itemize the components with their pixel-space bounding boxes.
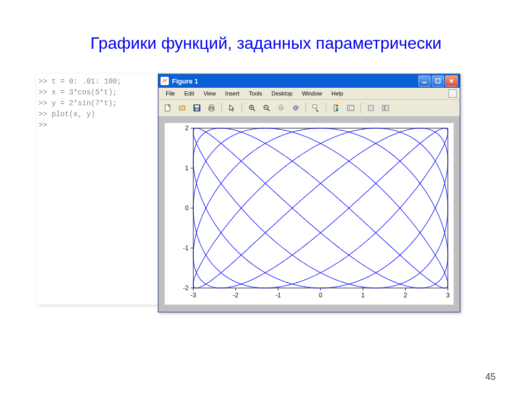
slide-title: Графики функций, заданных параметрически [0, 0, 532, 53]
x-tick-label: 0 [319, 292, 323, 299]
insert-legend-icon[interactable] [344, 102, 357, 114]
toolbar-separator [221, 103, 222, 113]
window-title: Figure 1 [172, 77, 198, 85]
y-tick-label: 1 [185, 164, 189, 172]
hide-plot-tools-icon[interactable] [365, 102, 377, 114]
svg-rect-32 [385, 105, 389, 111]
menu-desktop[interactable]: Desktop [268, 89, 297, 98]
svg-rect-18 [313, 105, 317, 108]
menu-insert[interactable]: Insert [221, 89, 244, 98]
x-tick-label: 3 [446, 292, 450, 299]
pan-icon[interactable] [275, 102, 287, 114]
chart-axes[interactable]: -3-2-10123 -2-1012 [165, 123, 454, 305]
svg-rect-1 [436, 79, 440, 83]
menu-window[interactable]: Window [298, 89, 326, 98]
toolbar-separator [242, 103, 242, 113]
pointer-icon[interactable] [225, 102, 238, 114]
insert-colorbar-icon[interactable] [330, 102, 342, 114]
zoom-out-icon[interactable] [260, 102, 273, 114]
titlebar[interactable]: Figure 1 [158, 74, 460, 88]
plot-area: -3-2-10123 -2-1012 [158, 117, 460, 312]
svg-line-10 [253, 109, 255, 111]
toolbar-separator [361, 103, 361, 113]
rotate3d-icon[interactable] [289, 102, 302, 114]
x-tick-label: 2 [404, 292, 407, 299]
maximize-button[interactable] [432, 75, 444, 87]
print-icon[interactable] [205, 102, 218, 114]
open-file-icon[interactable] [176, 102, 189, 114]
code-line: >> x = 3*cos(5*t); [38, 88, 117, 97]
y-tick-label: -1 [183, 244, 189, 252]
menu-edit[interactable]: Edit [180, 89, 198, 98]
toolbar [158, 100, 460, 117]
code-line: >> [38, 121, 47, 129]
svg-rect-4 [195, 105, 199, 107]
svg-rect-8 [210, 109, 213, 111]
new-file-icon[interactable] [162, 102, 174, 114]
x-tick-label: -3 [191, 292, 196, 299]
svg-rect-22 [336, 106, 338, 108]
data-cursor-icon[interactable] [310, 102, 322, 114]
toolbar-separator [305, 103, 306, 113]
svg-rect-30 [368, 105, 374, 111]
svg-rect-31 [382, 105, 384, 111]
zoom-in-icon[interactable] [246, 102, 258, 114]
svg-rect-24 [336, 109, 338, 111]
page-number: 45 [485, 372, 496, 382]
svg-point-17 [295, 105, 297, 111]
svg-rect-25 [348, 105, 354, 111]
x-tick-label: 1 [361, 292, 365, 299]
svg-point-19 [317, 111, 318, 112]
svg-rect-21 [336, 105, 338, 106]
y-tick-label: 0 [185, 204, 189, 212]
menu-view[interactable]: View [200, 89, 220, 98]
figure-window: Figure 1 File Edit View Insert Tools Des… [158, 74, 460, 312]
code-line: >> plot(x, y) [38, 110, 95, 118]
save-icon[interactable] [191, 102, 203, 114]
svg-rect-7 [210, 105, 213, 107]
x-tick-label: -2 [233, 292, 238, 299]
dock-icon[interactable] [448, 89, 457, 98]
y-tick-label: -2 [183, 284, 189, 292]
svg-rect-23 [336, 108, 338, 109]
minimize-button[interactable] [418, 75, 431, 87]
menu-help[interactable]: Help [327, 89, 348, 98]
menu-file[interactable]: File [162, 89, 179, 98]
menubar: File Edit View Insert Tools Desktop Wind… [158, 88, 460, 100]
menu-tools[interactable]: Tools [245, 89, 267, 98]
svg-rect-0 [422, 82, 427, 83]
y-tick-label: 2 [185, 125, 189, 132]
svg-line-14 [268, 109, 270, 111]
svg-point-16 [293, 107, 298, 109]
code-line: >> t = 0: .01: 100; [38, 77, 122, 86]
x-tick-label: -1 [275, 292, 281, 299]
show-plot-tools-icon[interactable] [379, 102, 392, 114]
matlab-icon [161, 77, 169, 85]
toolbar-separator [326, 103, 326, 113]
code-line: >> y = 2*sin(7*t); [38, 99, 117, 107]
svg-rect-5 [195, 108, 198, 111]
matlab-code: >> t = 0: .01: 100; >> x = 3*cos(5*t); >… [36, 74, 163, 305]
close-button[interactable] [445, 75, 458, 87]
svg-rect-20 [334, 105, 336, 111]
